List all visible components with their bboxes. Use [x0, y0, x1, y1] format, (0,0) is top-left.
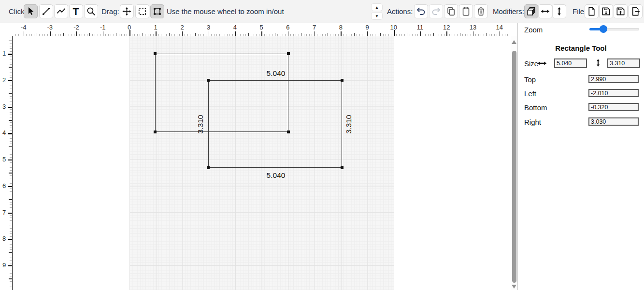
ruler-tick [494, 34, 495, 36]
ruler-tick [164, 34, 164, 36]
ruler-tick [293, 34, 294, 36]
ruler-tick [471, 34, 471, 36]
right-input[interactable] [588, 117, 639, 126]
ruler-tick [335, 34, 336, 36]
ruler-tick [452, 34, 452, 36]
ruler-tick [182, 31, 183, 36]
top-input[interactable] [588, 75, 639, 83]
duplicate-modifier-button[interactable] [524, 4, 538, 18]
ruler-tick [10, 170, 12, 171]
resize-handle[interactable] [341, 166, 343, 169]
ruler-tick [211, 34, 212, 36]
move-tool-button[interactable] [120, 4, 134, 18]
ruler-tick [407, 33, 407, 36]
ruler-tick [475, 34, 476, 36]
ruler-tick [245, 34, 246, 36]
ruler-tick [10, 207, 12, 208]
ruler-tick [423, 34, 423, 36]
resize-handle[interactable] [207, 79, 210, 82]
resize-handle[interactable] [154, 52, 157, 55]
resize-handle[interactable] [207, 166, 210, 169]
ruler-tick [10, 244, 12, 245]
ruler-tick [190, 34, 190, 36]
ruler-number: 11 [411, 24, 430, 31]
ruler-tick [465, 34, 466, 36]
ruler-tick [187, 34, 188, 36]
ruler-tick [10, 228, 12, 229]
ruler-tick [103, 31, 103, 36]
paste-button[interactable] [459, 4, 473, 18]
rectangle-2[interactable] [208, 80, 342, 168]
ruler-tick [26, 34, 27, 36]
line-tool-button[interactable] [39, 4, 53, 18]
ruler-number: -2 [67, 24, 86, 31]
ruler-tick [227, 34, 228, 36]
transform-tool-button[interactable] [150, 4, 164, 18]
resize-handle[interactable] [341, 79, 343, 82]
ruler-tick [425, 34, 426, 36]
top-label: Top [524, 75, 536, 84]
ruler-tick [270, 34, 270, 36]
marquee-select-button[interactable] [135, 4, 149, 18]
ruler-tick [444, 34, 444, 36]
scroll-up-arrow-icon[interactable] [512, 40, 516, 44]
copy-button[interactable] [444, 4, 458, 18]
ruler-tick [8, 133, 12, 134]
ruler-tick [478, 34, 479, 36]
spinner-up-button[interactable]: ▲ [371, 3, 383, 11]
ruler-tick [98, 34, 98, 36]
ruler-number: 2 [172, 24, 192, 31]
save-file-button[interactable] [599, 4, 613, 18]
export-file-button[interactable] [629, 4, 643, 18]
ruler-tick [214, 34, 215, 36]
ruler-tick [380, 33, 381, 36]
ruler-tick [10, 154, 12, 155]
ruler-number: 6 [0, 182, 8, 189]
delete-button[interactable] [474, 4, 488, 18]
ruler-tick [111, 34, 111, 36]
resize-handle[interactable] [287, 52, 290, 55]
ruler-tick [156, 31, 156, 36]
ruler-tick [322, 34, 323, 36]
ruler-tick [240, 34, 241, 36]
ruler-tick [10, 115, 12, 115]
vertical-scrollbar[interactable] [511, 36, 517, 290]
ruler-tick [309, 34, 310, 36]
load-file-button[interactable] [614, 4, 628, 18]
resize-handle[interactable] [154, 130, 157, 133]
text-tool-button[interactable]: T [69, 4, 83, 18]
ruler-tick [9, 252, 12, 253]
ruler-number: 8 [0, 235, 8, 242]
ruler-tick [10, 128, 12, 128]
new-file-button[interactable] [585, 4, 599, 18]
redo-button[interactable] [429, 4, 443, 18]
bottom-input[interactable] [588, 103, 639, 111]
drawing-canvas[interactable]: 5.0405.0403.3103.310 [13, 36, 510, 290]
ruler-tick [251, 34, 251, 36]
ruler-tick [415, 34, 415, 36]
ruler-tick [10, 233, 12, 234]
height-arrow-icon [593, 55, 603, 72]
ruler-tick [417, 34, 418, 36]
undo-button[interactable] [414, 4, 428, 18]
width-input[interactable] [554, 58, 587, 68]
ruler-tick [396, 34, 397, 36]
ruler-tick [42, 34, 43, 36]
select-tool-button[interactable] [24, 4, 38, 18]
left-input[interactable] [588, 89, 639, 97]
ruler-tick [209, 31, 209, 36]
polyline-tool-button[interactable] [54, 4, 68, 18]
ruler-tick [10, 77, 12, 78]
export-document-icon [630, 6, 641, 17]
ruler-tick [455, 34, 455, 36]
horizontal-modifier-button[interactable] [538, 4, 552, 18]
zoom-tool-button[interactable] [84, 4, 98, 18]
zoom-slider-thumb[interactable] [600, 25, 607, 33]
height-input[interactable] [607, 58, 640, 68]
scroll-down-arrow-icon[interactable] [512, 285, 516, 289]
ruler-tick [290, 34, 291, 36]
scrollbar-thumb[interactable] [512, 51, 516, 283]
horizontal-arrows-icon [540, 6, 551, 17]
vertical-modifier-button[interactable] [552, 4, 566, 18]
spinner-down-button[interactable]: ▼ [371, 12, 383, 20]
